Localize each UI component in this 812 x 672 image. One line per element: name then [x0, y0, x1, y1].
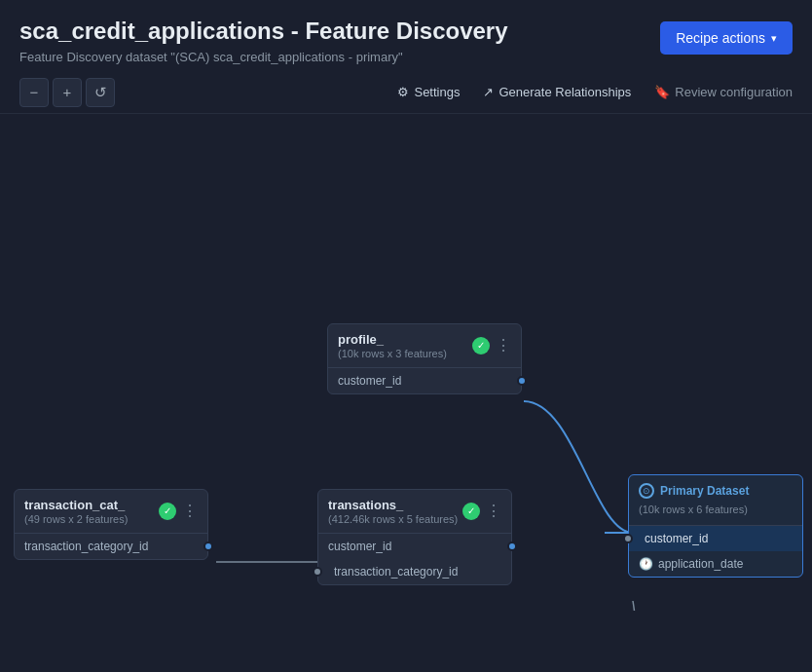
primary-dataset-label: Primary Dataset — [660, 484, 749, 498]
transactions-transaction-cat-dot-left — [313, 567, 322, 577]
primary-customer-id-dot-left — [623, 534, 633, 543]
primary-field-customer-id: customer_id — [629, 526, 802, 551]
header: sca_credit_applications - Feature Discov… — [0, 0, 812, 72]
transaction-cat-node: transaction_cat_ (49 rows x 2 features) … — [14, 489, 208, 560]
primary-badge-icon: ⊙ — [639, 483, 654, 499]
transactions-field-customer-id: customer_id — [318, 534, 511, 559]
clock-icon: 🕐 — [639, 557, 653, 571]
nav-links: ⚙ Settings ↗ Generate Relationships 🔖 Re… — [397, 85, 793, 99]
transactions-node-meta: (412.46k rows x 5 features) — [328, 513, 458, 525]
recipe-actions-button[interactable]: Recipe actions ▾ — [660, 21, 793, 55]
transaction-cat-fields: transaction_category_id — [15, 533, 207, 559]
review-label: Review configuration — [675, 85, 793, 99]
transactions-fields: customer_id transaction_category_id — [318, 533, 511, 584]
profile-fields: customer_id — [328, 367, 521, 393]
profile-node-name: profile_ — [338, 332, 447, 347]
generate-label: Generate Relationships — [498, 85, 631, 99]
toolbar: − + ↺ ⚙ Settings ↗ Generate Relationship… — [0, 72, 812, 114]
transaction-cat-field: transaction_category_id — [15, 534, 207, 559]
zoom-controls: − + ↺ — [19, 78, 115, 107]
profile-customer-id-dot — [517, 376, 527, 386]
review-icon: 🔖 — [654, 85, 670, 99]
zoom-in-button[interactable]: + — [53, 78, 82, 107]
zoom-reset-button[interactable]: ↺ — [86, 78, 115, 107]
header-left: sca_credit_applications - Feature Discov… — [19, 18, 508, 64]
settings-link[interactable]: ⚙ Settings — [397, 85, 460, 99]
profile-node: profile_ (10k rows x 3 features) ✓ ⋮ cus… — [327, 323, 522, 394]
generate-relationships-link[interactable]: ↗ Generate Relationships — [483, 85, 631, 99]
settings-label: Settings — [414, 85, 460, 99]
settings-icon: ⚙ — [397, 85, 409, 99]
transaction-cat-more-icon[interactable]: ⋮ — [182, 502, 198, 520]
transactions-check-icon: ✓ — [462, 503, 480, 520]
transactions-customer-id-dot — [507, 541, 517, 551]
zoom-out-button[interactable]: − — [19, 78, 49, 107]
transaction-cat-node-meta: (49 rows x 2 features) — [24, 513, 128, 525]
transactions-field-transaction-cat-id: transaction_category_id — [318, 559, 511, 584]
canvas: profile_ (10k rows x 3 features) ✓ ⋮ cus… — [0, 114, 812, 611]
transaction-cat-dot — [203, 541, 213, 551]
transaction-cat-check-icon: ✓ — [159, 503, 176, 520]
profile-field-customer-id: customer_id — [328, 368, 521, 393]
transactions-node-header: transations_ (412.46k rows x 5 features)… — [318, 490, 511, 529]
transaction-cat-node-header: transaction_cat_ (49 rows x 2 features) … — [15, 490, 207, 529]
primary-field-application-date: 🕐 application_date — [629, 551, 802, 577]
profile-more-icon[interactable]: ⋮ — [496, 336, 511, 355]
profile-check-icon: ✓ — [472, 337, 490, 355]
transactions-more-icon[interactable]: ⋮ — [486, 502, 501, 520]
profile-node-meta: (10k rows x 3 features) — [338, 348, 447, 359]
primary-dataset-node: ⊙ Primary Dataset (10k rows x 6 features… — [628, 474, 803, 578]
primary-fields: customer_id 🕐 application_date — [629, 525, 802, 577]
chevron-down-icon: ▾ — [771, 32, 777, 45]
primary-label: ⊙ Primary Dataset — [629, 475, 802, 503]
transaction-cat-node-name: transaction_cat_ — [24, 498, 128, 512]
page-title: sca_credit_applications - Feature Discov… — [19, 18, 508, 46]
primary-node-meta: (10k rows x 6 features) — [629, 504, 802, 521]
generate-icon: ↗ — [483, 85, 494, 99]
transactions-node: transations_ (412.46k rows x 5 features)… — [317, 489, 512, 585]
page-subtitle: Feature Discovery dataset "(SCA) sca_cre… — [19, 50, 508, 64]
profile-node-header: profile_ (10k rows x 3 features) ✓ ⋮ — [328, 324, 521, 363]
review-configuration-link[interactable]: 🔖 Review configuration — [654, 85, 793, 99]
transactions-node-name: transations_ — [328, 498, 458, 512]
